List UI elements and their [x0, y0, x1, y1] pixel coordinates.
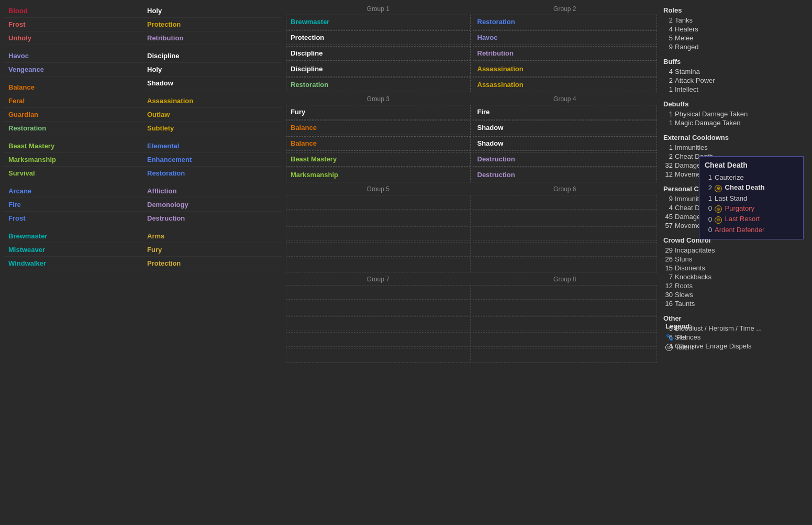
group6-empty-slot-0[interactable] — [473, 195, 658, 210]
spec-item-protection[interactable]: Protection — [143, 18, 282, 31]
tooltip-num: 1 — [705, 194, 712, 202]
group4-slot-destruction[interactable]: Destruction — [473, 168, 658, 182]
group3-slot-marksmanship[interactable]: Marksmanship — [286, 168, 471, 182]
tooltip-item: 2⊙ Cheat Death — [705, 182, 798, 193]
spec-item-affliction[interactable]: Affliction — [143, 184, 282, 198]
group7-empty-slot-3[interactable] — [286, 332, 471, 347]
spec-item-frost[interactable]: Frost — [4, 212, 143, 225]
group1-slot-protection[interactable]: Protection — [286, 30, 471, 45]
group1-slot-discipline[interactable]: Discipline — [286, 62, 471, 76]
group2-slot-havoc[interactable]: Havoc — [473, 30, 658, 45]
spec-item-destruction[interactable]: Destruction — [143, 212, 282, 225]
spec-item-fire[interactable]: Fire — [4, 198, 143, 212]
group3-slot-balance[interactable]: Balance — [286, 136, 471, 151]
cheat-death-tooltip: Cheat Death 1 Cauterize2⊙ Cheat Death1 L… — [699, 156, 804, 239]
spec-item-arcane[interactable]: Arcane — [4, 184, 143, 198]
group-8-container: Group 8 — [473, 275, 658, 363]
group8-empty-slot-4[interactable] — [473, 348, 658, 363]
group6-empty-slot-3[interactable] — [473, 242, 658, 257]
group2-slot-assassination[interactable]: Assassination — [473, 78, 658, 92]
stats-row: 16Taunts — [663, 299, 808, 308]
spec-item-windwalker[interactable]: Windwalker — [4, 257, 143, 270]
stats-label: Stuns — [675, 255, 692, 263]
spec-item-guardian[interactable]: Guardian — [4, 108, 143, 122]
spec-item-holy[interactable]: Holy — [143, 4, 282, 18]
group5-empty-slot-3[interactable] — [286, 242, 471, 257]
groups-row-3-4: Group 3 FuryBalanceBalanceBeast MasteryM… — [286, 94, 657, 182]
spec-item-outlaw[interactable]: Outlaw — [143, 108, 282, 122]
group7-empty-slot-2[interactable] — [286, 316, 471, 331]
spec-item-subtlety[interactable]: Subtlety — [143, 122, 282, 135]
spec-item-arms[interactable]: Arms — [143, 229, 282, 243]
spec-item-marksmanship[interactable]: Marksmanship — [4, 153, 143, 167]
spec-item-fury[interactable]: Fury — [143, 243, 282, 257]
spec-item-retribution[interactable]: Retribution — [143, 31, 282, 45]
group6-empty-slot-1[interactable] — [473, 211, 658, 225]
group2-slot-restoration[interactable]: Restoration — [473, 15, 658, 29]
spec-item-restoration[interactable]: Restoration — [143, 167, 282, 180]
tooltip-item: 0 Ardent Defender — [705, 225, 798, 235]
spec-item-discipline[interactable]: Discipline — [143, 49, 282, 63]
group4-slot-destruction[interactable]: Destruction — [473, 152, 658, 167]
group8-empty-slot-3[interactable] — [473, 332, 658, 347]
group5-empty-slot-1[interactable] — [286, 211, 471, 225]
group3-slot-beast-mastery[interactable]: Beast Mastery — [286, 152, 471, 167]
spec-item-blood[interactable]: Blood — [4, 4, 143, 18]
group1-slot-discipline[interactable]: Discipline — [286, 46, 471, 61]
spec-item-balance[interactable]: Balance — [4, 81, 143, 94]
group4-slot-shadow[interactable]: Shadow — [473, 121, 658, 135]
group4-slot-fire[interactable]: Fire — [473, 105, 658, 119]
spec-item-holy[interactable]: Holy — [143, 63, 282, 76]
group8-empty-slot-2[interactable] — [473, 316, 658, 331]
spec-item-beast-mastery[interactable]: Beast Mastery — [4, 139, 143, 153]
stats-section-roles: Roles2Tanks4Healers5Melee9Ranged — [663, 6, 808, 51]
spec-item-shadow[interactable]: Shadow — [143, 76, 282, 90]
spec-item-vengeance[interactable]: Vengeance — [4, 63, 143, 76]
group5-empty-slot-0[interactable] — [286, 195, 471, 210]
group3-slot-balance[interactable]: Balance — [286, 121, 471, 135]
spec-item-elemental[interactable]: Elemental — [143, 139, 282, 153]
group7-empty-slot-4[interactable] — [286, 348, 471, 363]
group4-slot-shadow[interactable]: Shadow — [473, 136, 658, 151]
stats-row: 15Disorients — [663, 264, 808, 272]
group3-slot-fury[interactable]: Fury — [286, 105, 471, 119]
stats-num: 15 — [663, 264, 673, 272]
spec-item-survival[interactable]: Survival — [4, 167, 143, 180]
group2-slot-assassination[interactable]: Assassination — [473, 62, 658, 76]
stats-label: Tanks — [675, 16, 693, 24]
group-5-label: Group 5 — [286, 184, 471, 195]
group8-empty-slot-0[interactable] — [473, 285, 658, 300]
group-5-container: Group 5 — [286, 184, 471, 272]
spec-item-demonology[interactable]: Demonology — [143, 198, 282, 212]
spec-item-enhancement[interactable]: Enhancement — [143, 153, 282, 167]
spec-item-assassination[interactable]: Assassination — [143, 94, 282, 108]
spec-item-feral[interactable]: Feral — [4, 94, 143, 108]
talent-icon: ⊙ — [715, 205, 722, 213]
group6-empty-slot-2[interactable] — [473, 226, 658, 241]
spec-item-havoc[interactable]: Havoc — [4, 49, 143, 63]
group5-empty-slot-4[interactable] — [286, 258, 471, 272]
spec-column-2: HolyProtectionRetributionDisciplineHolyS… — [143, 4, 282, 363]
group6-empty-slot-4[interactable] — [473, 258, 658, 272]
group5-empty-slot-2[interactable] — [286, 226, 471, 241]
spec-item-restoration[interactable]: Restoration — [4, 122, 143, 135]
stats-section-debuffs: Debuffs1Physical Damage Taken1Magic Dama… — [663, 100, 808, 127]
spec-item-brewmaster[interactable]: Brewmaster — [4, 229, 143, 243]
tooltip-title: Cheat Death — [705, 161, 798, 169]
stats-label: Melee — [675, 34, 693, 42]
group7-empty-slot-1[interactable] — [286, 301, 471, 315]
spec-item-unholy[interactable]: Unholy — [4, 31, 143, 45]
stats-row: 2Attack Power — [663, 76, 808, 85]
group7-empty-slot-0[interactable] — [286, 285, 471, 300]
stats-num: 12 — [663, 170, 673, 178]
spec-item-protection[interactable]: Protection — [143, 257, 282, 270]
group8-empty-slot-1[interactable] — [473, 301, 658, 315]
stats-label: Healers — [675, 25, 698, 33]
group-6-container: Group 6 — [473, 184, 658, 272]
spec-item-mistweaver[interactable]: Mistweaver — [4, 243, 143, 257]
group1-slot-brewmaster[interactable]: Brewmaster — [286, 15, 471, 29]
group2-slot-retribution[interactable]: Retribution — [473, 46, 658, 61]
group1-slot-restoration[interactable]: Restoration — [286, 78, 471, 92]
spec-item-frost[interactable]: Frost — [4, 18, 143, 31]
tooltip-num: 0 — [705, 215, 712, 223]
